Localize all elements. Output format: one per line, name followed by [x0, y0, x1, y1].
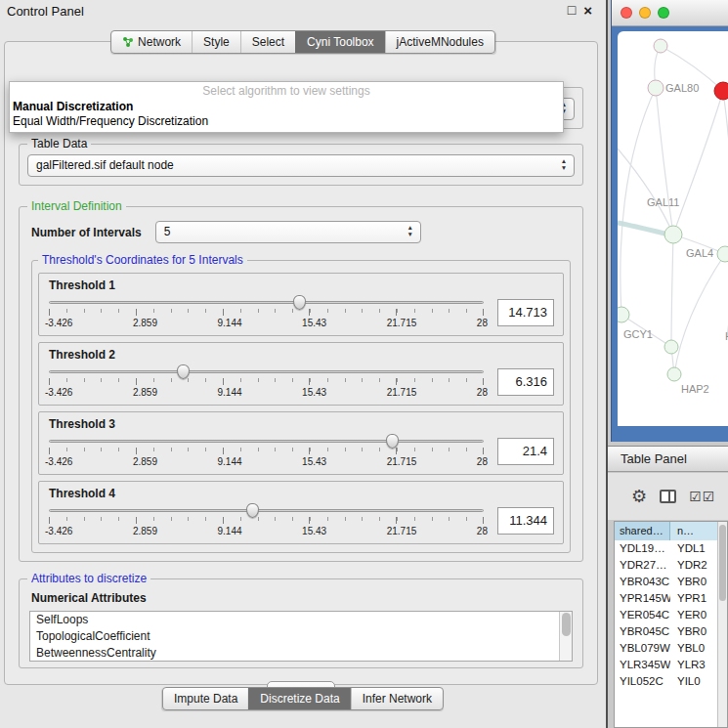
table-data-select[interactable]: galFiltered.sif default node ▲ ▼: [27, 154, 575, 177]
scale-label: 21.715: [387, 387, 417, 398]
threshold-label: Threshold 3: [49, 417, 554, 431]
control-panel: Control Panel □ × Network Style Select C…: [0, 0, 606, 728]
slider-track[interactable]: [49, 509, 484, 512]
scale-label: 9.144: [218, 526, 242, 536]
scale-label: 2.859: [133, 456, 157, 467]
network-node[interactable]: [654, 39, 667, 53]
threshold-1-value-field[interactable]: 14.713: [497, 299, 554, 326]
network-node[interactable]: [664, 340, 678, 354]
list-item[interactable]: TopologicalCoefficient: [30, 628, 572, 645]
table-panel-header[interactable]: Table Panel: [608, 446, 728, 472]
table-header-row: shared… n…: [615, 522, 727, 540]
table-row[interactable]: YBR043CYBR0: [615, 574, 727, 590]
interval-definition-legend: Interval Definition: [27, 199, 126, 213]
algorithm-dropdown-popup: Select algorithm to view settings Manual…: [9, 81, 564, 133]
scale-label: 28: [477, 526, 488, 536]
table-row[interactable]: YDL19…YDL1: [615, 540, 727, 557]
tab-cyni-toolbox[interactable]: Cyni Toolbox: [295, 31, 384, 53]
close-icon[interactable]: ×: [583, 2, 592, 19]
slider-thumb[interactable]: [246, 503, 259, 518]
slider-thumb[interactable]: [386, 434, 399, 449]
network-node[interactable]: [667, 367, 681, 381]
tab-impute-data[interactable]: Impute Data: [163, 688, 248, 709]
threshold-2-group: Threshold 2 -3.426 2.859 9.144 15.43: [38, 342, 564, 406]
table-row[interactable]: YER054CYER0: [615, 607, 727, 623]
list-item[interactable]: SelfLoops: [30, 612, 572, 628]
network-icon: [122, 36, 134, 48]
scale-label: 21.715: [387, 526, 417, 536]
table-row[interactable]: YPR145WYPR1: [615, 590, 727, 607]
network-node-selected[interactable]: [714, 82, 728, 100]
threshold-3-slider[interactable]: -3.426 2.859 9.144 15.43 21.715 28: [49, 433, 484, 470]
threshold-4-slider[interactable]: -3.426 2.859 9.144 15.43 21.715 28: [49, 502, 484, 539]
traffic-light-zoom-icon[interactable]: [658, 7, 669, 19]
slider-track[interactable]: [49, 301, 484, 304]
threshold-2-value-field[interactable]: 6.316: [497, 368, 554, 396]
network-canvas[interactable]: GAL80 GAL11 GAL4 GCY1 HAP2 H: [618, 31, 728, 426]
tab-infer-network[interactable]: Infer Network: [351, 688, 443, 709]
tab-label: Discretize Data: [260, 692, 339, 706]
table-row[interactable]: YDR27…YDR2: [615, 557, 727, 574]
network-node[interactable]: [717, 246, 728, 262]
tab-label: Infer Network: [363, 692, 432, 706]
column-header-shared[interactable]: shared…: [615, 522, 670, 540]
tab-select[interactable]: Select: [240, 31, 295, 53]
attributes-scrollbar[interactable]: [559, 612, 572, 661]
threshold-1-slider[interactable]: -3.426 2.859 9.144 15.43 21.715 28: [49, 294, 484, 331]
threshold-label: Threshold 1: [49, 278, 554, 292]
combo-arrows-icon: ▲ ▼: [557, 157, 571, 171]
top-tab-bar: Network Style Select Cyni Toolbox jActiv…: [110, 30, 495, 54]
table-data-group: Table Data galFiltered.sif default node …: [19, 137, 583, 186]
threshold-3-value-field[interactable]: 21.4: [497, 438, 554, 465]
traffic-light-close-icon[interactable]: [621, 7, 632, 19]
popup-placeholder: Select algorithm to view settings: [10, 83, 563, 100]
tab-label: Network: [138, 35, 181, 49]
network-window-titlebar: [612, 0, 728, 26]
slider-thumb[interactable]: [177, 364, 190, 379]
columns-icon[interactable]: [660, 490, 676, 503]
node-label: GAL11: [647, 196, 679, 208]
popup-item-manual-discretization[interactable]: Manual Discretization: [10, 100, 563, 114]
scale-label: 28: [477, 318, 488, 328]
threshold-label: Threshold 4: [49, 487, 554, 500]
table-scrollbar[interactable]: [717, 522, 727, 727]
tab-style[interactable]: Style: [192, 31, 240, 53]
traffic-light-minimize-icon[interactable]: [639, 7, 651, 19]
gear-icon[interactable]: ⚙: [631, 486, 647, 507]
scale-label: 9.144: [218, 387, 242, 398]
tab-discretize-data[interactable]: Discretize Data: [248, 688, 350, 709]
slider-scale: -3.426 2.859 9.144 15.43 21.715 28: [45, 318, 488, 328]
float-window-icon[interactable]: □: [568, 2, 576, 19]
table-row[interactable]: YBR045CYBR0: [615, 623, 727, 640]
network-node[interactable]: [618, 307, 629, 322]
slider-track[interactable]: [49, 370, 484, 373]
popup-item-equal-width[interactable]: Equal Width/Frequency Discretization: [10, 114, 563, 129]
scale-label: 9.144: [218, 456, 242, 467]
scale-label: -3.426: [45, 387, 72, 398]
scale-label: 2.859: [133, 526, 157, 536]
slider-major-ticks: [49, 517, 484, 524]
threshold-4-value-field[interactable]: 11.344: [497, 507, 554, 535]
list-item[interactable]: BetweennessCentrality: [30, 645, 572, 662]
slider-scale: -3.426 2.859 9.144 15.43 21.715 28: [45, 526, 488, 536]
scale-label: 15.43: [302, 526, 326, 536]
tab-network[interactable]: Network: [111, 31, 192, 53]
table-row[interactable]: YLR345WYLR3: [615, 657, 727, 673]
network-node[interactable]: [664, 226, 682, 243]
slider-thumb[interactable]: [293, 295, 306, 310]
table-row[interactable]: YIL052CYIL0: [615, 673, 727, 690]
scale-label: 9.144: [218, 318, 242, 328]
scrollbar-thumb[interactable]: [719, 525, 726, 601]
tab-jactivemnodules[interactable]: jActiveMNodules: [385, 31, 494, 53]
tab-label: Select: [252, 35, 284, 49]
threshold-2-slider[interactable]: -3.426 2.859 9.144 15.43 21.715 28: [49, 364, 484, 401]
node-attribute-table: shared… n… YDL19…YDL1 YDR27…YDR2 YBR043C…: [614, 521, 728, 728]
scrollbar-thumb[interactable]: [562, 613, 571, 636]
slider-track[interactable]: [49, 440, 484, 443]
threshold-4-group: Threshold 4 -3.426 2.859 9.144 15.43: [38, 481, 564, 544]
select-checkboxes-icon[interactable]: ☑☑: [689, 489, 715, 504]
number-of-intervals-select[interactable]: 5 ▲ ▼: [155, 221, 421, 243]
network-node[interactable]: [648, 80, 664, 96]
number-of-intervals-label: Number of Intervals: [31, 226, 142, 239]
table-row[interactable]: YBL079WYBL0: [615, 640, 727, 657]
